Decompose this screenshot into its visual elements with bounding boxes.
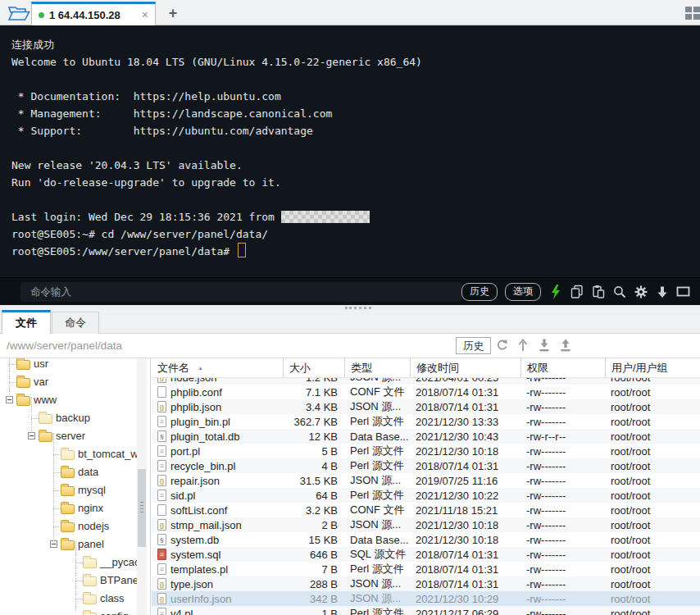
collapse-icon[interactable] (6, 396, 13, 403)
conf-file-icon (157, 504, 166, 516)
file-size: 3.2 KB (283, 504, 344, 517)
search-icon[interactable] (612, 285, 626, 299)
column-header-label: 修改时间 (416, 361, 459, 376)
tree-item-bt_tomcat_w[interactable]: bt_tomcat_w (0, 445, 150, 463)
table-row-userInfo.json[interactable]: userInfo.json342 BJSON 源...2021/12/30 10… (152, 591, 700, 606)
folder-icon (83, 594, 97, 604)
refresh-icon[interactable] (494, 338, 509, 353)
tree-item-mysql[interactable]: mysql (0, 481, 150, 499)
tree-scrollbar[interactable] (137, 358, 147, 615)
table-row-system.sql[interactable]: system.sql646 BSQL 源文件2018/07/14 01:31-r… (152, 547, 700, 562)
up-icon[interactable] (516, 338, 530, 353)
path-history-button[interactable]: 历史 (456, 337, 491, 354)
terminal-output[interactable]: 连接成功Welcome to Ubuntu 18.04 LTS (GNU/Lin… (0, 25, 700, 277)
table-row-phplib.conf[interactable]: phplib.conf7.1 KBCONF 文件2018/07/14 01:31… (152, 385, 700, 399)
file-size: 3.4 KB (283, 401, 344, 413)
gear-icon[interactable] (634, 285, 648, 299)
tree-item-backup[interactable]: backup (0, 409, 150, 427)
table-row-templates.pl[interactable]: templates.pl7 BPerl 源文件2018/07/14 01:31-… (152, 562, 700, 576)
tree-item-usr[interactable]: usr (0, 358, 150, 373)
session-tab-label: 1 64.44.150.28 (49, 9, 137, 21)
file-name-cell: stmp_mail.json (152, 519, 283, 531)
tree-connector (75, 599, 83, 599)
tile-windows-icon[interactable] (685, 7, 700, 20)
tree-connector (53, 454, 61, 455)
tree-item-server[interactable]: server (0, 427, 150, 445)
column-header-owner[interactable]: 用户/用户组 (605, 358, 700, 377)
table-row-plugin_total.db[interactable]: plugin_total.db12 KBData Base...2021/12/… (152, 429, 700, 444)
tree-item-nodejs[interactable]: nodejs (0, 517, 150, 535)
json-file-icon (157, 378, 166, 383)
file-type: CONF 文件 (344, 385, 410, 399)
tree-item-var[interactable]: var (0, 373, 150, 391)
file-name-cell: repair.json (152, 475, 283, 487)
new-tab-button[interactable]: + (162, 3, 184, 24)
table-row-softList.conf[interactable]: softList.conf3.2 KBCONF 文件2021/11/18 15:… (152, 503, 700, 517)
splitter-handle-icon[interactable] (345, 307, 371, 309)
copy-icon[interactable] (570, 285, 584, 299)
open-folder-icon[interactable] (7, 3, 30, 21)
table-row-port.pl[interactable]: port.pl5 BPerl 源文件2021/12/30 10:18-rw---… (152, 444, 700, 458)
tab-file[interactable]: 文件 (2, 310, 51, 334)
app-window: 1 64.44.150.28 × + 连接成功Welcome to Ubuntu… (0, 0, 700, 615)
collapse-icon[interactable] (28, 432, 35, 440)
column-header-name[interactable]: 文件名▲ (152, 358, 283, 377)
tab-command[interactable]: 命令 (52, 312, 99, 334)
options-button[interactable]: 选项 (505, 283, 541, 301)
tree-item-nginx[interactable]: nginx (0, 499, 150, 517)
table-row-type.json[interactable]: type.json288 BJSON 源...2018/07/14 01:31-… (152, 576, 700, 591)
terminal-line (11, 191, 700, 208)
tree-item-www[interactable]: www (0, 391, 150, 409)
terminal-text: Last login: Wed Dec 29 18:15:36 2021 fro… (11, 211, 275, 223)
file-table-body: node.json1.2 KBJSON 源...2021/04/01 00:25… (152, 378, 700, 615)
tree-item-data[interactable]: data (0, 463, 150, 481)
table-row-stmp_mail.json[interactable]: stmp_mail.json2 BJSON 源...2021/12/30 10:… (152, 517, 700, 532)
tree-scrollbar-thumb[interactable] (138, 469, 146, 547)
path-input[interactable]: /www/server/panel/data (7, 339, 122, 352)
json-file-icon (157, 578, 166, 590)
table-row-system.db[interactable]: system.db15 KBData Base...2021/12/30 10:… (152, 532, 700, 547)
terminal-line: * Documentation: https://help.ubuntu.com (11, 88, 700, 105)
command-input[interactable]: 命令输入 (20, 282, 461, 302)
table-row-phplib.json[interactable]: phplib.json3.4 KBJSON 源...2018/07/14 01:… (152, 399, 700, 414)
monitor-icon[interactable] (676, 285, 690, 299)
column-header-size[interactable]: 大小 (283, 358, 344, 377)
file-name: softList.conf (170, 504, 227, 517)
file-name: v4.pl (170, 608, 193, 615)
table-row-v4.pl[interactable]: v4.pl1 BPerl 源文件2021/12/17 06:29-rw-----… (152, 606, 700, 615)
session-tab[interactable]: 1 64.44.150.28 × (31, 2, 156, 25)
table-row-plugin_bin.pl[interactable]: plugin_bin.pl362.7 KBPerl 源文件2021/12/30 … (152, 414, 700, 429)
arrow-down-icon[interactable] (655, 285, 669, 299)
upload-icon[interactable] (558, 338, 573, 353)
file-mtime: 2021/12/30 13:33 (410, 416, 520, 428)
db-file-icon (157, 430, 166, 442)
column-header-perm[interactable]: 权限 (520, 358, 605, 377)
file-owner: root/root (605, 549, 700, 561)
file-owner: root/root (605, 534, 700, 546)
folder-icon (61, 468, 75, 478)
column-header-mtime[interactable]: 修改时间 (410, 358, 520, 377)
file-size: 288 B (283, 578, 344, 590)
table-row-sid.pl[interactable]: sid.pl64 BPerl 源文件2021/12/30 10:22-rw---… (152, 488, 700, 503)
table-row-recycle_bin.pl[interactable]: recycle_bin.pl4 BPerl 源文件2018/07/14 01:3… (152, 458, 700, 473)
file-size: 7 B (283, 563, 344, 576)
table-row-repair.json[interactable]: repair.json31.5 KBJSON 源...2019/07/25 11… (152, 473, 700, 488)
file-mtime: 2021/12/30 10:29 (410, 593, 520, 605)
lightning-icon[interactable] (548, 285, 562, 299)
file-owner: root/root (605, 490, 700, 502)
table-row-node.json[interactable]: node.json1.2 KBJSON 源...2021/04/01 00:25… (152, 378, 700, 385)
column-header-type[interactable]: 类型 (344, 358, 410, 377)
tree-item-label: class (100, 592, 125, 604)
history-button[interactable]: 历史 (461, 283, 498, 301)
paste-icon[interactable] (591, 285, 605, 299)
tree-item-label: bt_tomcat_w (78, 448, 139, 460)
collapse-icon[interactable] (50, 540, 57, 548)
terminal-line (11, 71, 700, 88)
file-name: sid.pl (170, 490, 195, 502)
close-tab-icon[interactable]: × (142, 9, 148, 20)
file-permissions: -rw------- (520, 475, 605, 487)
folder-icon (83, 576, 97, 586)
file-type: Perl 源文件 (344, 414, 410, 429)
download-icon[interactable] (537, 338, 552, 353)
terminal-cursor (238, 243, 246, 257)
